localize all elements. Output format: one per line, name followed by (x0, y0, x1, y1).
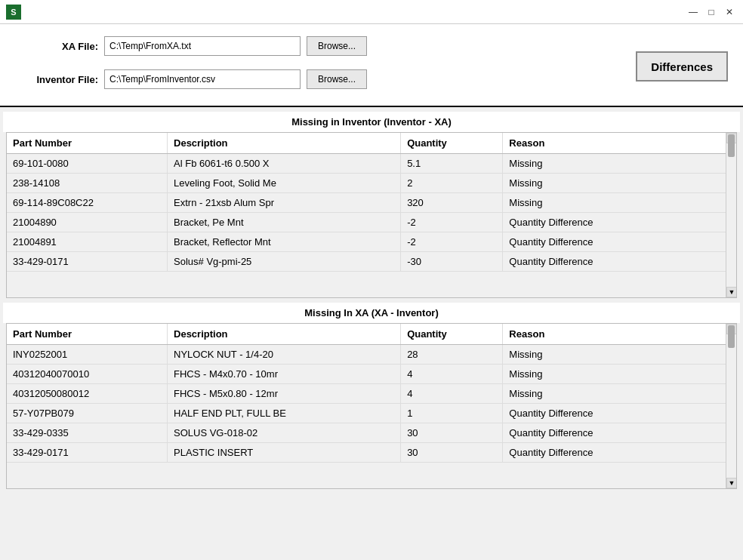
table2-wrapper: Missing In XA (XA - Inventor) Part Numbe… (0, 298, 743, 489)
table1-header: Missing in Inventor (Inventor - XA) (3, 112, 740, 132)
xa-file-label: XA File: (15, 41, 98, 52)
table-cell: Quantity Difference (503, 423, 736, 443)
table1-scrollbar[interactable]: ▲ ▼ (726, 133, 736, 297)
table1-body: 69-101-0080Al Fb 6061-t6 0.500 X5.1Missi… (7, 154, 736, 272)
table1: Part Number Description Quantity Reason … (7, 133, 736, 272)
table1-col-quantity: Quantity (401, 133, 503, 154)
table-cell: Quantity Difference (503, 213, 736, 232)
table-row: 33-429-0335SOLUS VG-018-0230Quantity Dif… (7, 423, 736, 443)
table-cell: Quantity Difference (503, 232, 736, 252)
table-cell: Solus# Vg-pmi-25 (168, 252, 401, 272)
table-cell: Missing (503, 193, 736, 213)
table-cell: 33-429-0335 (7, 423, 168, 443)
table2-body: INY0252001NYLOCK NUT - 1/4-2028Missing40… (7, 345, 736, 463)
table-row: 21004890Bracket, Pe Mnt-2Quantity Differ… (7, 213, 736, 232)
table-cell: Bracket, Pe Mnt (168, 213, 401, 232)
table-cell: Missing (503, 174, 736, 193)
xa-file-input[interactable] (104, 36, 301, 56)
table-cell: 21004891 (7, 232, 168, 252)
table-row: 40312040070010FHCS - M4x0.70 - 10mr4Miss… (7, 365, 736, 384)
table2-header: Missing In XA (XA - Inventor) (3, 303, 740, 323)
table-cell: 21004890 (7, 213, 168, 232)
table-cell: SOLUS VG-018-02 (168, 423, 401, 443)
table2-container: Part Number Description Quantity Reason … (6, 323, 737, 489)
table-cell: Missing (503, 365, 736, 384)
table-cell: 2 (401, 174, 503, 193)
table-cell: 4 (401, 384, 503, 404)
minimize-button[interactable]: — (686, 5, 701, 20)
table-cell: Al Fb 6061-t6 0.500 X (168, 154, 401, 174)
table2-section: Missing In XA (XA - Inventor) Part Numbe… (3, 298, 740, 489)
main-controls: XA File: Browse... Inventor File: Browse… (0, 24, 743, 107)
table-cell: Leveling Foot, Solid Me (168, 174, 401, 193)
table-cell: PLASTIC INSERT (168, 443, 401, 463)
table-row: 33-429-0171Solus# Vg-pmi-25-30Quantity D… (7, 252, 736, 272)
table-cell: 69-101-0080 (7, 154, 168, 174)
table2-col-quantity: Quantity (401, 324, 503, 345)
table2-col-reason: Reason (503, 324, 736, 345)
table-cell: FHCS - M4x0.70 - 10mr (168, 365, 401, 384)
table1-col-reason: Reason (503, 133, 736, 154)
title-bar: S — □ ✕ (0, 0, 743, 24)
inventor-browse-button[interactable]: Browse... (307, 69, 367, 89)
table-cell: HALF END PLT, FULL BE (168, 404, 401, 423)
table-cell: 69-114-89C08C22 (7, 193, 168, 213)
table-cell: FHCS - M5x0.80 - 12mr (168, 384, 401, 404)
table-cell: Bracket, Reflector Mnt (168, 232, 401, 252)
table-row: 69-101-0080Al Fb 6061-t6 0.500 X5.1Missi… (7, 154, 736, 174)
table-cell: -2 (401, 213, 503, 232)
table-cell: 30 (401, 423, 503, 443)
table-cell: Quantity Difference (503, 443, 736, 463)
table1-col-partnumber: Part Number (7, 133, 168, 154)
table2-scrollbar-thumb[interactable] (728, 325, 735, 348)
table-cell: Quantity Difference (503, 404, 736, 423)
table-cell: 1 (401, 404, 503, 423)
xa-browse-button[interactable]: Browse... (307, 36, 367, 56)
table-cell: 40312050080012 (7, 384, 168, 404)
table-cell: -2 (401, 232, 503, 252)
title-bar-left: S (6, 5, 21, 20)
table2-scrollbar[interactable]: ▲ ▼ (726, 324, 736, 488)
table-cell: 30 (401, 443, 503, 463)
file-rows-container: XA File: Browse... Inventor File: Browse… (15, 36, 728, 97)
table-row: 238-14108Leveling Foot, Solid Me2Missing (7, 174, 736, 193)
file-rows-left: XA File: Browse... Inventor File: Browse… (15, 36, 367, 97)
inventor-file-row: Inventor File: Browse... (15, 69, 367, 89)
table2-header-row: Part Number Description Quantity Reason (7, 324, 736, 345)
close-button[interactable]: ✕ (722, 5, 737, 20)
table-cell: -30 (401, 252, 503, 272)
maximize-button[interactable]: □ (704, 5, 719, 20)
table-cell: Missing (503, 384, 736, 404)
table1-col-description: Description (168, 133, 401, 154)
table2-col-partnumber: Part Number (7, 324, 168, 345)
table1-header-row: Part Number Description Quantity Reason (7, 133, 736, 154)
table-cell: 57-Y07PB079 (7, 404, 168, 423)
table1-scrollbar-thumb[interactable] (728, 134, 735, 157)
table-cell: 5.1 (401, 154, 503, 174)
table-cell: 28 (401, 345, 503, 365)
table-cell: NYLOCK NUT - 1/4-20 (168, 345, 401, 365)
table-cell: Extrn - 21xsb Alum Spr (168, 193, 401, 213)
table-row: 33-429-0171PLASTIC INSERT30Quantity Diff… (7, 443, 736, 463)
table2-col-description: Description (168, 324, 401, 345)
inventor-file-input[interactable] (104, 69, 301, 89)
table1-scroll-down[interactable]: ▼ (726, 287, 737, 297)
table-cell: 33-429-0171 (7, 443, 168, 463)
table1-container: Part Number Description Quantity Reason … (6, 132, 737, 298)
differences-button[interactable]: Differences (636, 51, 728, 82)
table-row: 40312050080012FHCS - M5x0.80 - 12mr4Miss… (7, 384, 736, 404)
title-bar-controls: — □ ✕ (686, 5, 737, 20)
table-cell: 40312040070010 (7, 365, 168, 384)
table1-wrapper: Missing in Inventor (Inventor - XA) Part… (0, 107, 743, 298)
table-cell: INY0252001 (7, 345, 168, 365)
table-cell: Quantity Difference (503, 252, 736, 272)
table-cell: 4 (401, 365, 503, 384)
table-row: INY0252001NYLOCK NUT - 1/4-2028Missing (7, 345, 736, 365)
table-cell: 320 (401, 193, 503, 213)
table1-section: Missing in Inventor (Inventor - XA) Part… (3, 107, 740, 298)
table2-scroll-down[interactable]: ▼ (726, 478, 737, 488)
table2: Part Number Description Quantity Reason … (7, 324, 736, 463)
table-row: 69-114-89C08C22Extrn - 21xsb Alum Spr320… (7, 193, 736, 213)
table-row: 21004891Bracket, Reflector Mnt-2Quantity… (7, 232, 736, 252)
inventor-file-label: Inventor File: (15, 74, 98, 85)
